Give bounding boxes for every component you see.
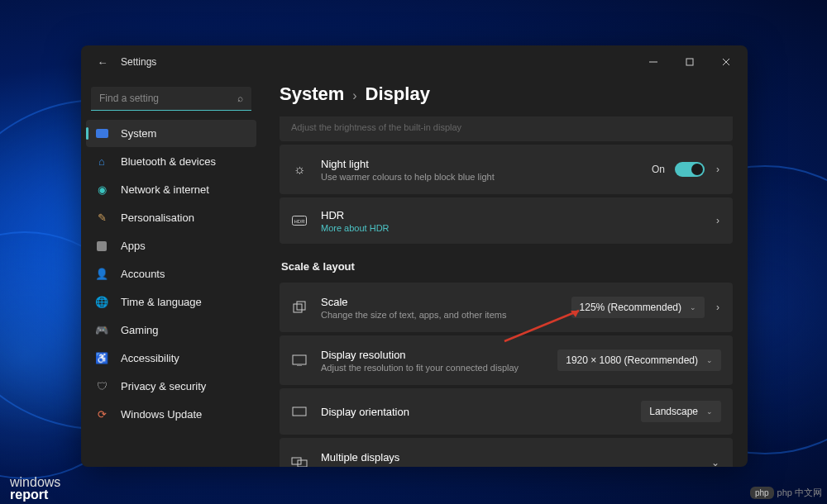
sidebar-item-privacy[interactable]: 🛡 Privacy & security — [86, 373, 256, 400]
svg-rect-1 — [686, 59, 693, 65]
card-title: Display orientation — [321, 406, 641, 418]
night-light-icon: ☼ — [291, 161, 308, 178]
sidebar-item-time[interactable]: 🌐 Time & language — [86, 288, 256, 316]
update-icon: ⟳ — [94, 407, 109, 422]
chevron-right-icon: › — [352, 88, 356, 103]
globe-icon: 🌐 — [94, 295, 109, 310]
svg-rect-6 — [294, 304, 302, 312]
sidebar-item-network[interactable]: ◉ Network & internet — [86, 176, 256, 203]
breadcrumb: System › Display — [280, 83, 733, 105]
wifi-icon: ◉ — [94, 183, 109, 197]
chevron-down-icon: ⌄ — [690, 303, 696, 311]
dropdown-value: Landscape — [649, 406, 698, 417]
sidebar-item-label: System — [121, 127, 156, 140]
card-title: Night light — [321, 158, 652, 170]
card-title: Multiple displays — [321, 451, 710, 464]
card-title: HDR — [321, 209, 715, 221]
card-hdr[interactable]: HDR HDR More about HDR › — [280, 197, 733, 244]
sidebar-item-label: Bluetooth & devices — [121, 155, 216, 168]
chevron-right-icon: › — [715, 302, 721, 313]
sidebar-item-label: Windows Update — [121, 408, 202, 421]
svg-text:HDR: HDR — [294, 219, 306, 224]
person-icon: 👤 — [94, 267, 109, 282]
hdr-icon: HDR — [291, 212, 308, 229]
card-subtitle: Adjust the resolution to fit your connec… — [321, 363, 557, 373]
sidebar-item-system[interactable]: System — [86, 120, 256, 147]
svg-rect-12 — [298, 460, 307, 467]
sidebar-item-label: Gaming — [121, 324, 159, 336]
gaming-icon: 🎮 — [94, 323, 109, 338]
orientation-icon — [291, 403, 308, 420]
scale-icon — [291, 299, 308, 316]
scale-dropdown[interactable]: 125% (Recommended) ⌄ — [571, 297, 705, 318]
chevron-right-icon: › — [715, 164, 721, 175]
card-multiple-displays[interactable]: Multiple displays Choose the presentatio… — [280, 438, 733, 467]
sidebar-item-label: Network & internet — [121, 183, 209, 196]
minimize-button[interactable] — [635, 50, 672, 74]
card-link[interactable]: More about HDR — [321, 223, 715, 233]
toggle-state: On — [652, 164, 665, 175]
titlebar: ← Settings — [81, 45, 748, 78]
orientation-dropdown[interactable]: Landscape ⌄ — [641, 401, 721, 422]
breadcrumb-current: Display — [366, 83, 430, 105]
chevron-down-icon: ⌄ — [706, 356, 713, 364]
svg-rect-7 — [297, 302, 305, 310]
card-subtitle: Choose the presentation mode for your di… — [321, 465, 710, 468]
resolution-dropdown[interactable]: 1920 × 1080 (Recommended) ⌄ — [557, 349, 721, 371]
close-button[interactable] — [708, 50, 744, 74]
maximize-button[interactable] — [672, 50, 708, 74]
watermark-right: phpphp 中文网 — [750, 487, 822, 499]
svg-rect-8 — [293, 355, 306, 364]
apps-icon — [94, 239, 109, 254]
multiple-displays-icon — [291, 454, 308, 467]
card-subtitle: Change the size of text, apps, and other… — [321, 310, 571, 320]
settings-window: ← Settings ⌕ System ⌂ Bluetooth & device… — [81, 45, 748, 467]
sidebar-item-personalisation[interactable]: ✎ Personalisation — [86, 204, 256, 231]
dropdown-value: 125% (Recommended) — [580, 302, 681, 313]
sidebar-item-bluetooth[interactable]: ⌂ Bluetooth & devices — [86, 148, 256, 175]
window-title: Settings — [121, 56, 635, 68]
sidebar-item-gaming[interactable]: 🎮 Gaming — [86, 316, 256, 344]
search-icon: ⌕ — [237, 93, 243, 104]
sidebar-item-label: Accessibility — [121, 352, 179, 364]
card-subtitle: Use warmer colours to help block blue li… — [321, 172, 652, 182]
night-light-toggle[interactable] — [675, 162, 705, 177]
card-orientation[interactable]: Display orientation Landscape ⌄ — [280, 388, 733, 435]
sidebar-item-label: Accounts — [121, 268, 165, 280]
back-button[interactable]: ← — [93, 56, 112, 69]
sidebar-item-label: Time & language — [121, 296, 202, 308]
sidebar-item-accounts[interactable]: 👤 Accounts — [86, 260, 256, 288]
chevron-down-icon: ⌄ — [710, 457, 721, 467]
sidebar-item-accessibility[interactable]: ♿ Accessibility — [86, 345, 256, 372]
card-title: Scale — [321, 296, 571, 308]
shield-icon: 🛡 — [94, 379, 109, 394]
card-title: Display resolution — [321, 349, 557, 361]
svg-rect-10 — [293, 407, 306, 416]
chevron-down-icon: ⌄ — [706, 407, 713, 416]
sidebar-item-apps[interactable]: Apps — [86, 232, 256, 259]
watermark-left: windowsreport — [10, 476, 60, 501]
resolution-icon — [291, 352, 308, 368]
system-icon — [94, 126, 109, 141]
card-resolution[interactable]: Display resolution Adjust the resolution… — [280, 335, 733, 385]
sidebar-item-windows-update[interactable]: ⟳ Windows Update — [86, 401, 256, 428]
brush-icon: ✎ — [94, 211, 109, 226]
chevron-right-icon: › — [715, 215, 721, 226]
card-night-light[interactable]: ☼ Night light Use warmer colours to help… — [280, 145, 733, 194]
sidebar-item-label: Privacy & security — [121, 380, 206, 392]
card-scale[interactable]: Scale Change the size of text, apps, and… — [280, 283, 733, 332]
svg-rect-11 — [292, 458, 301, 464]
breadcrumb-parent[interactable]: System — [280, 83, 344, 105]
bluetooth-icon: ⌂ — [94, 155, 109, 169]
accessibility-icon: ♿ — [94, 351, 109, 366]
card-brightness[interactable]: Adjust the brightness of the built-in di… — [280, 116, 733, 141]
sidebar-item-label: Apps — [121, 240, 146, 252]
card-subtitle: Adjust the brightness of the built-in di… — [291, 122, 721, 132]
sidebar-item-label: Personalisation — [121, 212, 194, 224]
search-input[interactable] — [91, 87, 251, 111]
section-header: Scale & layout — [281, 260, 733, 273]
dropdown-value: 1920 × 1080 (Recommended) — [566, 354, 698, 366]
sidebar: ⌕ System ⌂ Bluetooth & devices ◉ Network… — [81, 78, 261, 467]
main-panel: System › Display Adjust the brightness o… — [261, 78, 748, 467]
